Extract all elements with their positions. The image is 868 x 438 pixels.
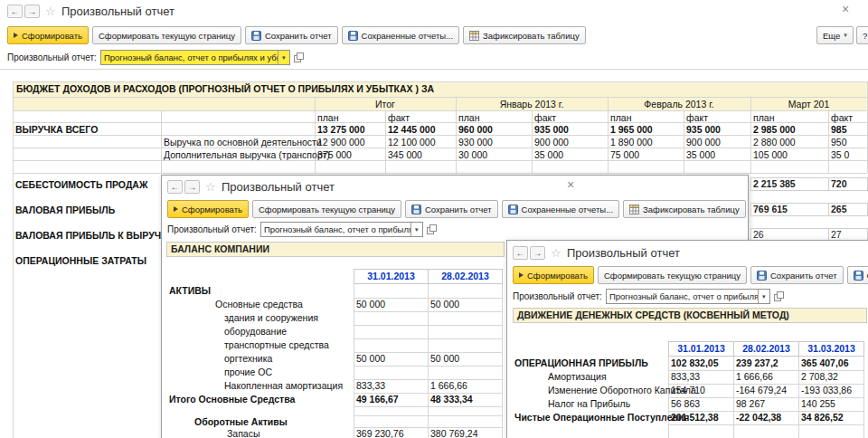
forward-button[interactable]: → <box>24 5 40 18</box>
cell-value: 2 880 000 <box>753 137 796 148</box>
row-label: Амортизация <box>548 371 607 383</box>
subcol-plan: план <box>317 112 338 124</box>
cell-value: 50 000 <box>356 353 385 365</box>
generate-page-label: Сформировать текущую страницу <box>259 205 395 214</box>
gridline <box>13 110 867 111</box>
save-report-button[interactable]: Сохранить отчет <box>245 26 338 44</box>
gridline <box>385 110 386 173</box>
cell-value: 720 <box>828 177 868 191</box>
back-button[interactable]: ← <box>7 5 23 18</box>
generate-label: Сформировать <box>527 271 588 281</box>
column-group-february: Февраль 2013 г. <box>608 99 750 110</box>
favorite-star-icon[interactable]: ☆ <box>45 5 56 17</box>
cell-value: 102 832,05 <box>671 357 719 369</box>
more-button[interactable]: Еще ▾ <box>816 26 854 44</box>
fix-table-button[interactable]: Зафиксировать таблицу <box>623 200 746 218</box>
back-button[interactable]: ← <box>513 246 528 260</box>
favorite-star-icon[interactable]: ☆ <box>551 247 561 259</box>
report-field[interactable]: Прогнозный баланс, отчет о прибылях и уб… <box>606 289 770 304</box>
saved-reports-icon <box>348 31 358 41</box>
close-icon[interactable]: × <box>567 178 574 191</box>
open-report-icon[interactable] <box>774 291 784 301</box>
generate-label: Сформировать <box>22 31 82 41</box>
cell-value: 154 710 <box>671 385 705 396</box>
report-field[interactable]: Прогнозный баланс, отчет о прибылях и уб… <box>100 50 290 65</box>
cell-value: -193 033,86 <box>801 385 852 396</box>
gridline <box>668 424 864 425</box>
report-field-dropdown-icon[interactable]: ▾ <box>410 223 422 236</box>
row-label: прочие ОС <box>224 367 272 378</box>
cell-value: 34 826,52 <box>801 412 844 424</box>
cell-value: 833,33 <box>671 371 700 383</box>
gridline <box>828 110 829 173</box>
report-field[interactable]: Прогнозный баланс, отчет о прибылях и уб… <box>260 222 423 237</box>
subcol-fact: факт <box>534 112 556 124</box>
open-report-icon[interactable] <box>427 224 437 234</box>
close-icon[interactable]: × <box>842 3 849 15</box>
generate-play-icon <box>14 33 18 38</box>
cell-value: 140 255 <box>801 398 835 410</box>
report-selector-row: Произвольный отчет: Прогнозный баланс, о… <box>7 50 304 65</box>
generate-page-button[interactable]: Сформировать текущую страницу <box>252 200 401 218</box>
toolbar-separator <box>0 69 868 70</box>
column-group-march: Март 201 <box>750 99 867 110</box>
toolbar: Сформировать Сформировать текущую страни… <box>7 26 586 44</box>
gridline <box>13 160 867 161</box>
generate-button[interactable]: Сформировать <box>167 200 249 218</box>
generate-page-button[interactable]: Сформировать текущую страницу <box>598 266 747 284</box>
back-button[interactable]: ← <box>167 180 183 194</box>
cell-value: 935 000 <box>534 124 569 136</box>
gridline <box>684 110 684 173</box>
row-label: ВЫРУЧКА ВСЕГО <box>15 124 98 136</box>
saved-reports-button[interactable]: Сохраненные отчеты... <box>847 266 868 284</box>
row-label: ОПЕРАЦИОННЫЕ ЗАТРАТЫ <box>15 255 146 267</box>
cell-value: 98 267 <box>736 398 765 410</box>
cell-value: 50 000 <box>430 353 459 365</box>
saved-reports-label: Сохраненные отчеты... <box>522 205 614 214</box>
save-report-button[interactable]: Сохранить отчет <box>750 266 844 284</box>
row-label: Оборотные Активы <box>194 416 288 428</box>
gridline <box>354 415 503 416</box>
cell-value: 35 000 <box>686 149 715 161</box>
cell-value: 2 708,32 <box>801 371 838 383</box>
cell-value: 985 <box>831 124 847 136</box>
generate-page-button[interactable]: Сформировать текущую страницу <box>92 26 241 44</box>
cell-value: 56 863 <box>671 398 700 410</box>
report-field-dropdown-icon[interactable]: ▾ <box>278 51 289 64</box>
saved-reports-button[interactable]: Сохраненные отчеты... <box>342 26 460 44</box>
saved-reports-icon <box>854 271 863 281</box>
cell-value: 201 512,38 <box>671 412 719 424</box>
favorite-star-icon[interactable]: ☆ <box>205 181 216 193</box>
cell-value: 12 900 000 <box>317 137 365 148</box>
row-label: ОПЕРАЦИОННАЯ ПРИБЫЛЬ <box>514 357 648 369</box>
cell-value: 48 333,34 <box>430 394 473 405</box>
save-report-button[interactable]: Сохранить отчет <box>405 200 498 218</box>
report-selector-row: Произвольный отчет: Прогнозный баланс, о… <box>167 222 437 237</box>
subcol-plan: план <box>753 112 774 124</box>
forward-button[interactable]: → <box>184 180 200 194</box>
help-button[interactable]: ? <box>856 26 868 44</box>
gridline <box>532 110 533 173</box>
subcol-fact: факт <box>388 112 410 124</box>
row-label: оргтехника <box>224 353 272 365</box>
saved-reports-button[interactable]: Сохраненные отчеты... <box>502 200 620 218</box>
report-field-dropdown-icon[interactable]: ▾ <box>758 290 769 303</box>
report-field-value: Прогнозный баланс, отчет о прибылях и уб… <box>607 291 758 301</box>
generate-button[interactable]: Сформировать <box>513 266 594 284</box>
saved-reports-label: Сохраненные отчеты... <box>362 31 454 41</box>
cell-value: 900 000 <box>686 137 721 148</box>
cell-value: 380 769,24 <box>430 428 478 438</box>
open-report-icon[interactable] <box>294 52 304 62</box>
generate-button[interactable]: Сформировать <box>7 26 89 44</box>
column-group-january: Январь 2013 г. <box>456 99 608 110</box>
cell-value: 239 237,2 <box>736 357 778 369</box>
report-field-label: Произвольный отчет: <box>513 291 602 301</box>
fix-table-icon <box>629 205 639 214</box>
help-label: ? <box>863 31 867 41</box>
row-label: АКТИВЫ <box>169 285 211 297</box>
fix-table-button[interactable]: Зафиксировать таблицу <box>463 26 586 44</box>
forward-button[interactable]: → <box>530 246 545 260</box>
gridline <box>354 311 503 312</box>
toolbar: Сформировать Сформировать текущую страни… <box>513 266 868 284</box>
generate-label: Сформировать <box>182 205 242 214</box>
